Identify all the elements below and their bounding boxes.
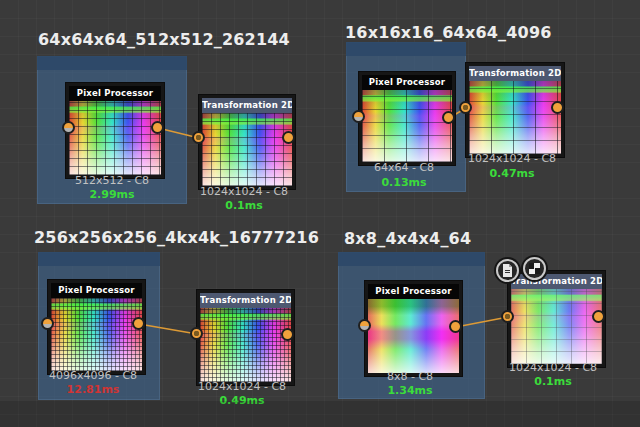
output-connector[interactable] xyxy=(281,328,294,341)
input-connector[interactable] xyxy=(459,101,472,114)
transformation-2d-node[interactable]: Transformation 2D xyxy=(508,271,605,367)
output-connector[interactable] xyxy=(592,310,605,323)
input-connector[interactable] xyxy=(62,121,75,134)
input-connector[interactable] xyxy=(41,317,54,330)
pixel-processor-node[interactable]: Pixel Processor xyxy=(48,280,145,374)
node-size-label: 1024x1024 - C8 xyxy=(174,185,314,198)
input-connector[interactable] xyxy=(352,110,365,123)
node-size-label: 8x8 - C8 xyxy=(340,370,480,383)
input-connector[interactable] xyxy=(358,319,371,332)
output-connector[interactable] xyxy=(442,111,455,124)
node-size-label: 512x512 - C8 xyxy=(42,174,182,187)
node-header: Transformation 2D xyxy=(469,66,561,81)
node-size-label: 1024x1024 - C8 xyxy=(483,361,623,374)
node-size-label: 4096x4096 - C8 xyxy=(23,369,163,382)
render-time: 2.99ms xyxy=(42,188,182,201)
node-thumbnail xyxy=(368,299,459,373)
input-connector[interactable] xyxy=(192,131,205,144)
node-graph-canvas[interactable]: 64x64x64_512x512_262144 16x16x16_64x64_4… xyxy=(0,0,640,427)
output-connector[interactable] xyxy=(151,121,164,134)
transformation-2d-node[interactable]: Transformation 2D xyxy=(199,95,295,189)
connection-wire[interactable] xyxy=(456,317,508,327)
output-connector[interactable] xyxy=(551,101,564,114)
render-time: 0.1ms xyxy=(483,375,623,388)
input-connector[interactable] xyxy=(190,327,203,340)
connection-wire[interactable] xyxy=(139,324,197,334)
node-thumbnail xyxy=(200,308,291,382)
node-header: Pixel Processor xyxy=(69,86,161,101)
node-thumbnail xyxy=(202,113,292,186)
node-size-label: 1024x1024 - C8 xyxy=(442,152,582,165)
node-thumbnail xyxy=(469,81,561,154)
output-connector[interactable] xyxy=(132,317,145,330)
node-header: Transformation 2D xyxy=(202,98,292,113)
transformation-2d-node[interactable]: Transformation 2D xyxy=(197,290,294,385)
node-thumbnail xyxy=(362,90,452,162)
node-header: Pixel Processor xyxy=(362,75,452,90)
input-connector[interactable] xyxy=(501,310,514,323)
node-header: Transformation 2D xyxy=(511,274,602,289)
checker-icon[interactable] xyxy=(523,257,546,280)
document-icon[interactable] xyxy=(496,259,519,282)
render-time: 0.47ms xyxy=(442,167,582,180)
transformation-2d-node[interactable]: Transformation 2D xyxy=(466,63,564,157)
checker-glyph xyxy=(529,263,540,274)
node-size-label: 1024x1024 - C8 xyxy=(172,380,312,393)
node-thumbnail xyxy=(69,101,161,175)
render-time: 0.1ms xyxy=(174,199,314,212)
pixel-processor-node[interactable]: Pixel Processor xyxy=(359,72,455,165)
canvas-bottom-shade xyxy=(0,401,640,427)
node-thumbnail xyxy=(511,289,602,364)
node-header: Pixel Processor xyxy=(368,284,459,299)
render-time: 12.81ms xyxy=(23,383,163,396)
output-connector[interactable] xyxy=(449,320,462,333)
node-header: Transformation 2D xyxy=(200,293,291,308)
output-connector[interactable] xyxy=(282,131,295,144)
pixel-processor-node[interactable]: Pixel Processor xyxy=(66,83,164,178)
pixel-processor-node[interactable]: Pixel Processor xyxy=(365,281,462,376)
node-thumbnail xyxy=(51,298,142,371)
node-header: Pixel Processor xyxy=(51,283,142,298)
render-time: 1.34ms xyxy=(340,384,480,397)
